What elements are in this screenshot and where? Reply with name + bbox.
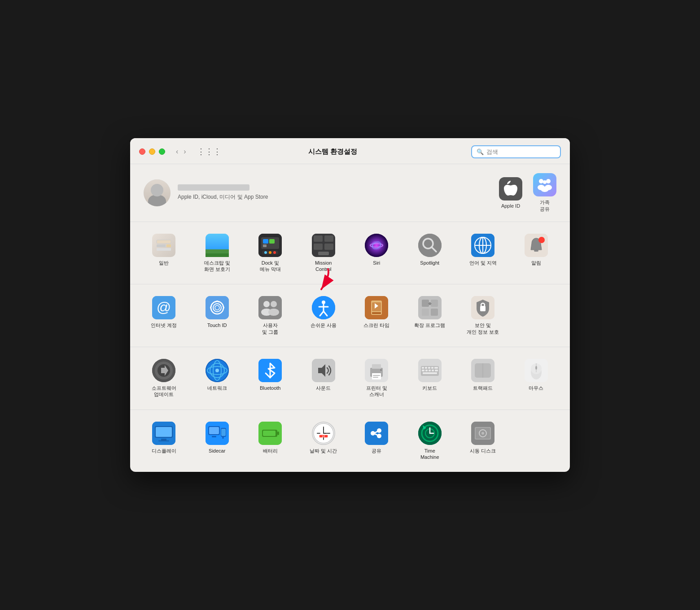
svg-rect-126 xyxy=(212,436,216,437)
general-label: 일반 xyxy=(159,260,169,266)
search-box[interactable]: 🔍 xyxy=(471,145,561,158)
spotlight-label: Spotlight xyxy=(420,260,439,266)
svg-rect-131 xyxy=(277,431,279,435)
security-label: 보안 및개인 정보 보호 xyxy=(467,322,499,335)
accessibility-icon xyxy=(312,296,335,319)
svg-rect-15 xyxy=(263,239,268,244)
printer-item[interactable]: 프린터 및스캐너 xyxy=(352,354,402,402)
svg-point-50 xyxy=(263,301,270,307)
extensions-icon xyxy=(418,296,442,319)
svg-rect-12 xyxy=(206,253,229,257)
siri-item[interactable]: Siri xyxy=(352,229,402,277)
trackpad-icon xyxy=(471,359,494,382)
svg-rect-16 xyxy=(269,239,275,244)
svg-point-127 xyxy=(222,437,224,439)
svg-rect-8 xyxy=(166,244,171,247)
avatar-face xyxy=(144,179,171,206)
sharing-label: 공유 xyxy=(372,448,381,454)
svg-point-1 xyxy=(546,179,551,183)
mission-item[interactable]: MissionControl xyxy=(299,229,349,277)
internet-item[interactable]: @ 인터넷 계정 xyxy=(139,292,189,340)
security-item[interactable]: 보안 및개인 정보 보호 xyxy=(458,292,508,340)
family-sharing-item[interactable]: 가족공유 xyxy=(533,173,556,213)
nav-buttons: ‹ › xyxy=(174,147,188,156)
system-preferences-window: ‹ › ⋮⋮⋮ 시스템 환경설정 🔍 Apple ID, iClo xyxy=(130,138,570,472)
svg-point-32 xyxy=(418,234,442,257)
maximize-button[interactable] xyxy=(159,148,165,155)
svg-point-144 xyxy=(371,431,375,436)
svg-rect-104 xyxy=(429,370,431,371)
forward-button[interactable]: › xyxy=(182,147,188,156)
search-input[interactable] xyxy=(486,148,556,155)
sidecar-icon xyxy=(206,422,229,445)
window-title: 시스템 환경설정 xyxy=(200,148,466,156)
touchid-item[interactable]: Touch ID xyxy=(192,292,242,340)
sound-item[interactable]: 사운드 xyxy=(299,354,349,402)
general-item[interactable]: 일반 xyxy=(139,229,189,277)
display-label: 디스플레이 xyxy=(152,448,176,454)
svg-point-154 xyxy=(481,432,484,435)
spotlight-item[interactable]: Spotlight xyxy=(405,229,455,277)
dock-item[interactable]: Dock 및메뉴 막대 xyxy=(245,229,295,277)
security-icon xyxy=(471,296,494,319)
back-button[interactable]: ‹ xyxy=(174,147,180,156)
sharing-item[interactable]: 공유 xyxy=(352,417,402,465)
svg-rect-92 xyxy=(373,375,380,376)
users-item[interactable]: 사용자및 그룹 xyxy=(245,292,295,340)
notification-item[interactable]: 알림 xyxy=(512,229,561,277)
avatar[interactable] xyxy=(144,179,171,206)
svg-point-21 xyxy=(273,251,276,254)
profile-info: Apple ID, iCloud, 미디어 및 App Store xyxy=(178,184,268,201)
traffic-lights xyxy=(139,148,165,155)
network-label: 네트워크 xyxy=(207,385,227,391)
keyboard-item[interactable]: 키보드 xyxy=(405,354,455,402)
svg-rect-49 xyxy=(258,296,282,319)
sound-icon xyxy=(312,359,335,382)
battery-item[interactable]: 배터리 xyxy=(245,417,295,465)
siri-label: Siri xyxy=(373,260,380,266)
apple-id-item[interactable]: Apple ID xyxy=(499,177,522,209)
trackpad-item[interactable]: 트랙패드 xyxy=(458,354,508,402)
bluetooth-item[interactable]: Bluetooth xyxy=(245,354,295,402)
svg-point-53 xyxy=(268,309,279,316)
datetime-item[interactable]: 17 날짜 및 시간 xyxy=(299,417,349,465)
sidecar-item[interactable]: Sidecar xyxy=(192,417,242,465)
accessibility-item[interactable]: 손쉬운 사용 xyxy=(299,292,349,340)
svg-point-5 xyxy=(541,187,549,192)
software-item[interactable]: 소프트웨어업데이트 xyxy=(139,354,189,402)
profile-left: Apple ID, iCloud, 미디어 및 App Store xyxy=(144,179,268,206)
network-icon xyxy=(206,359,229,382)
search-icon: 🔍 xyxy=(477,148,484,155)
svg-rect-97 xyxy=(422,367,424,369)
sound-label: 사운드 xyxy=(316,385,331,391)
datetime-icon: 17 xyxy=(312,422,335,445)
close-button[interactable] xyxy=(139,148,145,155)
users-icon xyxy=(258,296,282,319)
startup-item[interactable]: 시동 디스크 xyxy=(458,417,508,465)
profile-subtitle: Apple ID, iCloud, 미디어 및 App Store xyxy=(178,193,268,201)
mouse-label: 마우스 xyxy=(529,385,543,391)
network-item[interactable]: 네트워크 xyxy=(192,354,242,402)
bluetooth-label: Bluetooth xyxy=(260,385,280,391)
svg-rect-105 xyxy=(432,370,434,371)
svg-rect-107 xyxy=(423,372,437,374)
minimize-button[interactable] xyxy=(149,148,155,155)
desktop-item[interactable]: 데스크탑 및화면 보호기 xyxy=(192,229,242,277)
svg-rect-141 xyxy=(365,422,388,445)
svg-rect-130 xyxy=(263,431,276,436)
keyboard-icon xyxy=(418,359,442,382)
mission-icon xyxy=(312,234,335,257)
screentime-item[interactable]: 스크린 타임 xyxy=(352,292,402,340)
extensions-item[interactable]: 확장 프로그램 xyxy=(405,292,455,340)
apple-id-icon xyxy=(499,177,522,200)
language-item[interactable]: 언어 및 지역 xyxy=(458,229,508,277)
mouse-item[interactable]: 마우스 xyxy=(512,354,561,402)
display-item[interactable]: 디스플레이 xyxy=(139,417,189,465)
general-icon xyxy=(152,234,175,257)
timemachine-icon xyxy=(418,422,442,445)
internet-label: 인터넷 계정 xyxy=(151,322,177,328)
timemachine-item[interactable]: TimeMachine xyxy=(405,417,455,465)
desktop-label: 데스크탑 및화면 보호기 xyxy=(204,260,230,273)
bluetooth-icon xyxy=(258,359,282,382)
svg-rect-45 xyxy=(206,296,229,319)
